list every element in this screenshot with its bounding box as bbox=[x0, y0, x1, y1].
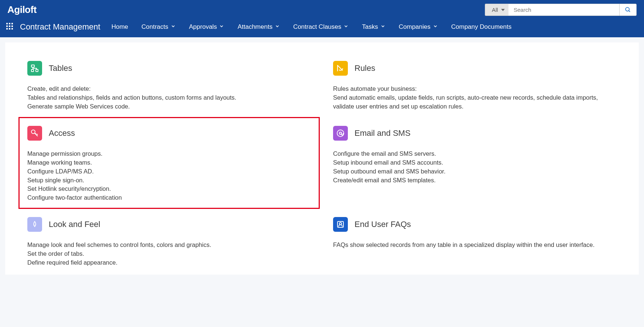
rules-icon bbox=[333, 61, 348, 76]
svg-point-0 bbox=[626, 7, 629, 11]
nav-item-companies[interactable]: Companies bbox=[399, 23, 438, 31]
nav-item-attachments[interactable]: Attachments bbox=[237, 23, 280, 31]
chevron-down-icon bbox=[380, 23, 386, 31]
svg-line-1 bbox=[629, 11, 630, 12]
nav-section-title: Contract Management bbox=[17, 22, 112, 32]
email-icon bbox=[333, 126, 348, 141]
chevron-down-icon bbox=[343, 23, 349, 31]
navbar: Contract Management Home Contracts Appro… bbox=[0, 18, 644, 37]
card-title: Rules bbox=[354, 63, 375, 73]
nav-item-contracts[interactable]: Contracts bbox=[141, 23, 176, 31]
look-feel-icon bbox=[27, 217, 42, 232]
search-button[interactable] bbox=[619, 4, 637, 16]
search-filter-select[interactable]: All bbox=[485, 4, 508, 16]
chevron-down-icon bbox=[219, 23, 224, 31]
search-input[interactable] bbox=[508, 4, 619, 16]
nav-item-contract-clauses[interactable]: Contract Clauses bbox=[293, 23, 349, 31]
chevron-down-icon bbox=[171, 23, 176, 31]
header: Agiloft All Contract Management Home Con… bbox=[0, 0, 644, 37]
card-body: Create, edit and delete: Tables and rela… bbox=[27, 85, 311, 111]
nav-item-tasks[interactable]: Tasks bbox=[362, 23, 385, 31]
svg-rect-6 bbox=[9, 25, 10, 27]
card-title: Look and Feel bbox=[49, 220, 100, 229]
search-container: All bbox=[485, 4, 637, 16]
card-access[interactable]: Access Manage permission groups. Manage … bbox=[18, 117, 320, 209]
card-title: Access bbox=[49, 128, 75, 138]
svg-rect-8 bbox=[6, 28, 8, 30]
card-title: Tables bbox=[49, 63, 72, 73]
svg-rect-12 bbox=[31, 69, 34, 72]
svg-rect-10 bbox=[11, 28, 13, 30]
card-email-sms[interactable]: Email and SMS Configure the email and SM… bbox=[333, 126, 617, 203]
card-tables[interactable]: Tables Create, edit and delete: Tables a… bbox=[27, 61, 311, 111]
card-body: Manage permission groups. Manage working… bbox=[27, 149, 311, 203]
svg-rect-13 bbox=[36, 69, 38, 72]
access-icon bbox=[27, 126, 42, 141]
card-title: End User FAQs bbox=[354, 220, 411, 229]
header-top: Agiloft All bbox=[0, 0, 644, 18]
card-title: Email and SMS bbox=[354, 128, 411, 138]
card-rules[interactable]: Rules Rules automate your business: Send… bbox=[333, 61, 617, 111]
card-body: Manage look and feel schemes to control … bbox=[27, 241, 311, 267]
faq-icon bbox=[333, 217, 348, 232]
content-grid: Tables Create, edit and delete: Tables a… bbox=[5, 42, 639, 275]
chevron-down-icon bbox=[275, 23, 280, 31]
logo: Agiloft bbox=[7, 4, 37, 16]
search-icon bbox=[625, 7, 631, 13]
svg-rect-5 bbox=[6, 25, 8, 27]
card-end-user-faqs[interactable]: End User FAQs FAQs show selected records… bbox=[333, 217, 617, 267]
card-body: Rules automate your business: Send autom… bbox=[333, 85, 617, 111]
nav-item-company-documents[interactable]: Company Documents bbox=[451, 23, 511, 31]
nav-item-home[interactable]: Home bbox=[112, 23, 128, 31]
tables-icon bbox=[27, 61, 42, 76]
card-look-and-feel[interactable]: Look and Feel Manage look and feel schem… bbox=[27, 217, 311, 267]
nav-item-approvals[interactable]: Approvals bbox=[189, 23, 225, 31]
svg-rect-2 bbox=[6, 23, 8, 24]
svg-rect-7 bbox=[11, 25, 13, 27]
svg-rect-4 bbox=[11, 23, 13, 24]
chevron-down-icon bbox=[433, 23, 438, 31]
svg-rect-9 bbox=[9, 28, 10, 30]
card-body: Configure the email and SMS servers. Set… bbox=[333, 149, 617, 185]
card-body: FAQs show selected records from any tabl… bbox=[333, 241, 617, 249]
nav-items: Home Contracts Approvals Attachments Con… bbox=[112, 23, 640, 31]
svg-rect-3 bbox=[9, 23, 10, 24]
apps-icon[interactable] bbox=[4, 21, 17, 33]
